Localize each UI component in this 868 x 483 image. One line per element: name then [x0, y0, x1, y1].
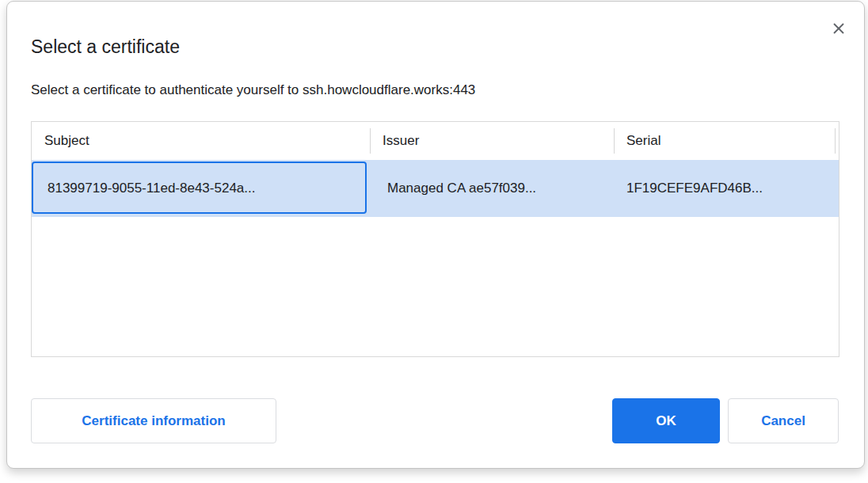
dialog-subtitle: Select a certificate to authenticate you…	[31, 82, 475, 98]
certificate-row-selected[interactable]: 81399719-9055-11ed-8e43-524a... Managed …	[32, 160, 839, 217]
cell-issuer: Managed CA ae57f039...	[370, 160, 614, 217]
cell-subject: 81399719-9055-11ed-8e43-524a...	[32, 160, 370, 217]
certificate-information-button[interactable]: Certificate information	[31, 398, 276, 443]
column-divider	[370, 128, 371, 154]
column-header-subject: Subject	[32, 122, 370, 160]
column-header-issuer: Issuer	[370, 122, 614, 160]
certificate-table: Subject Issuer Serial 81399719-9055-11ed…	[31, 121, 839, 357]
cell-serial: 1F19CEFE9AFD46B...	[614, 160, 836, 217]
cancel-button[interactable]: Cancel	[728, 398, 839, 443]
dialog-title: Select a certificate	[31, 36, 180, 58]
column-divider	[614, 128, 615, 154]
table-header: Subject Issuer Serial	[32, 122, 839, 160]
close-icon[interactable]	[828, 17, 850, 40]
certificate-select-dialog: Select a certificate Select a certificat…	[6, 1, 865, 469]
column-divider	[835, 128, 836, 154]
ok-button[interactable]: OK	[612, 398, 720, 443]
column-header-serial: Serial	[614, 122, 836, 160]
